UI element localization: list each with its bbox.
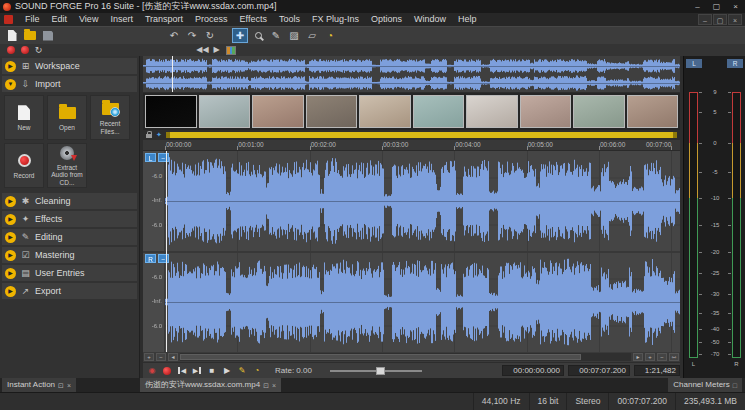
zoom-in-time-button[interactable]: + <box>645 353 655 361</box>
menu-view[interactable]: View <box>73 13 104 26</box>
maximize-button[interactable]: ▢ <box>707 0 726 13</box>
overview-waveform[interactable] <box>143 56 680 92</box>
scrollbar-thumb[interactable] <box>180 354 581 360</box>
scroll-left-button[interactable]: ◂ <box>168 353 178 361</box>
loop-region-bar[interactable] <box>166 132 677 138</box>
new-file-button[interactable] <box>4 28 20 43</box>
menu-transport[interactable]: Transport <box>139 13 189 26</box>
video-thumbnail-9[interactable] <box>627 95 679 128</box>
save-button[interactable] <box>40 28 56 43</box>
record-button[interactable] <box>18 45 31 56</box>
video-thumbnail-5[interactable] <box>413 95 465 128</box>
sidebar-section-effects[interactable]: ▶✦Effects <box>2 211 137 227</box>
transport-record-button[interactable] <box>160 364 174 377</box>
mdi-restore-button[interactable]: ▢ <box>713 14 727 25</box>
go-to-end-button[interactable]: ▶ <box>210 45 223 56</box>
transport-go-start-button[interactable]: ◀ <box>175 364 189 377</box>
close-button[interactable]: × <box>726 0 745 13</box>
zoom-out-button[interactable]: − <box>156 353 166 361</box>
tab-instant-action[interactable]: Instant Action ⊡ × <box>2 378 76 392</box>
import-button-recent-files-[interactable]: Recent Files... <box>90 95 130 140</box>
scrollbar-track[interactable] <box>180 353 631 361</box>
selection-end-field[interactable]: 00:07:07.200 <box>568 365 630 376</box>
stop-button[interactable]: ■ <box>205 364 219 377</box>
import-button-extract-audio-from-cd-[interactable]: Extract Audio from CD... <box>47 143 87 188</box>
pencil-tool-button[interactable]: ✎ <box>268 28 284 43</box>
event-grid-button[interactable] <box>224 45 237 56</box>
import-button-record[interactable]: Record <box>4 143 44 188</box>
tab-channel-meters[interactable]: Channel Meters □ <box>668 378 742 392</box>
left-channel-minimize-button[interactable]: − <box>158 153 169 162</box>
video-thumbnail-6[interactable] <box>466 95 518 128</box>
scroll-right-button[interactable]: ▸ <box>633 353 643 361</box>
menu-options[interactable]: Options <box>365 13 408 26</box>
play-as-cutlist-button[interactable]: ✎ <box>235 364 249 377</box>
video-thumbnail-3[interactable] <box>306 95 358 128</box>
doc-tab-restore-icon[interactable]: ⊡ <box>263 382 269 389</box>
paint-tool-button[interactable]: ◔ <box>322 28 338 43</box>
envelope-tool-button[interactable]: ▨ <box>286 28 302 43</box>
sidebar-section-mastering[interactable]: ▶☑Mastering <box>2 247 137 263</box>
left-channel-button[interactable]: L <box>145 153 156 162</box>
marker-tool-button[interactable]: ▱ <box>304 28 320 43</box>
record-remote-button[interactable]: ◉ <box>145 364 159 377</box>
selection-length-field[interactable]: 1:21,482 <box>634 365 680 376</box>
menu-insert[interactable]: Insert <box>104 13 139 26</box>
open-file-button[interactable] <box>22 28 38 43</box>
right-channel-minimize-button[interactable]: − <box>158 254 169 263</box>
minimize-button[interactable]: – <box>688 0 707 13</box>
import-button-new[interactable]: New <box>4 95 44 140</box>
sidebar-section-user-entries[interactable]: ▶▤User Entries <box>2 265 137 281</box>
sidebar-section-export[interactable]: ▶↗Export <box>2 283 137 299</box>
mdi-minimize-button[interactable]: – <box>698 14 712 25</box>
video-thumbnail-8[interactable] <box>573 95 625 128</box>
loop-recording-button[interactable]: ↻ <box>32 45 45 56</box>
loop-playback-button[interactable]: ◔ <box>250 364 264 377</box>
sidebar-section-cleaning[interactable]: ▶✱Cleaning <box>2 193 137 209</box>
sidebar-section-import[interactable]: ▼⇩Import <box>2 76 137 92</box>
mdi-close-button[interactable]: × <box>728 14 742 25</box>
repeat-button[interactable]: ↻ <box>202 28 218 43</box>
import-button-open[interactable]: Open <box>47 95 87 140</box>
ruler-label-6: 00:06:00 <box>600 142 625 149</box>
menu-help[interactable]: Help <box>452 13 483 26</box>
video-thumbnail-1[interactable] <box>199 95 251 128</box>
sidebar-section-editing[interactable]: ▶✎Editing <box>2 229 137 245</box>
tab-restore-icon[interactable]: ⊡ <box>58 382 64 389</box>
redo-button[interactable]: ↷ <box>184 28 200 43</box>
menu-fx-plug-ins[interactable]: FX Plug-Ins <box>306 13 365 26</box>
tab-document[interactable]: 伤逝的安详www.ssdax.com.mp4 ⊡ × <box>140 378 281 392</box>
play-button[interactable]: ▶ <box>220 364 234 377</box>
video-thumbnail-7[interactable] <box>520 95 572 128</box>
sidebar-section-workspace[interactable]: ▶⊞Workspace <box>2 58 137 74</box>
go-to-start-button[interactable]: ◀◀ <box>196 45 209 56</box>
menu-window[interactable]: Window <box>408 13 452 26</box>
video-thumbnail-2[interactable] <box>252 95 304 128</box>
video-thumbnail-4[interactable] <box>359 95 411 128</box>
record-arm-button[interactable] <box>4 45 17 56</box>
time-ruler[interactable]: 00:00:0000:01:0000:02:0000:03:0000:04:00… <box>143 140 680 151</box>
zoom-selection-button[interactable]: ⇿ <box>669 353 679 361</box>
meter-right-button[interactable]: R <box>727 59 743 68</box>
zoom-in-button[interactable]: + <box>144 353 154 361</box>
zoom-out-time-button[interactable]: − <box>657 353 667 361</box>
undo-button[interactable]: ↶ <box>166 28 182 43</box>
edit-tool-button[interactable]: ✚ <box>232 28 248 43</box>
video-thumbnail-0[interactable] <box>145 95 197 128</box>
meter-left-button[interactable]: L <box>686 59 702 68</box>
menu-edit[interactable]: Edit <box>46 13 74 26</box>
right-channel-button[interactable]: R <box>145 254 156 263</box>
doc-tab-close-icon[interactable]: × <box>272 382 276 389</box>
rate-slider[interactable] <box>330 370 422 372</box>
cursor-position-field[interactable]: 00:00:00.000 <box>502 365 564 376</box>
transport-go-end-button[interactable]: ▶ <box>190 364 204 377</box>
menu-effects[interactable]: Effects <box>234 13 273 26</box>
tab-close-icon[interactable]: × <box>67 382 71 389</box>
menu-file[interactable]: File <box>19 13 46 26</box>
meters-tab-restore-icon[interactable]: □ <box>733 382 737 389</box>
menu-process[interactable]: Process <box>189 13 234 26</box>
paint-icon: ◔ <box>327 31 333 41</box>
rate-slider-thumb[interactable] <box>376 367 385 375</box>
menu-tools[interactable]: Tools <box>273 13 306 26</box>
magnify-tool-button[interactable] <box>250 28 266 43</box>
